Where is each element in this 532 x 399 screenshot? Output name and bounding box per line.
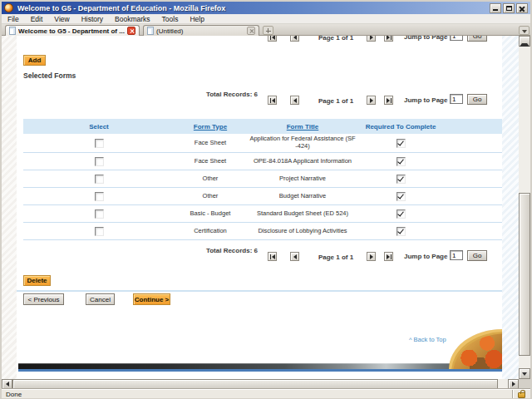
menu-bar: File Edit View History Bookmarks Tools H… — [2, 14, 530, 24]
menu-history[interactable]: History — [76, 14, 109, 24]
cancel-button[interactable]: Cancel — [86, 293, 115, 305]
first-page-button[interactable] — [268, 252, 277, 261]
pagination-below-table: Total Records: 6 Page 1 of 1 Jump to Pag… — [2, 246, 502, 262]
menu-help[interactable]: Help — [184, 14, 209, 24]
form-type-cell: Face Sheet — [175, 139, 246, 148]
jump-to-page-label: Jump to Page — [404, 36, 447, 41]
new-tab-button[interactable] — [263, 26, 273, 35]
previous-page-button[interactable] — [290, 96, 299, 105]
jump-to-page-input[interactable] — [450, 94, 463, 104]
go-button[interactable]: Go — [467, 36, 487, 42]
required-checkbox[interactable] — [397, 227, 406, 236]
required-checkbox[interactable] — [397, 139, 406, 148]
total-records: Total Records: 6 — [165, 91, 258, 98]
form-title-cell: Application for Federal Assistance (SF -… — [246, 135, 359, 150]
section-divider — [17, 290, 502, 292]
delete-button[interactable]: Delete — [23, 275, 51, 286]
select-checkbox[interactable] — [95, 175, 104, 184]
first-page-button[interactable] — [268, 96, 277, 105]
tab-welcome[interactable]: Welcome to G5 - Department of ... — [5, 25, 140, 36]
last-page-button[interactable] — [384, 96, 393, 105]
security-panel — [512, 390, 530, 398]
window-title: Welcome to G5 - Department of Education … — [17, 4, 490, 12]
form-type-cell: Other — [175, 175, 246, 184]
next-page-button[interactable] — [367, 96, 376, 105]
minimize-button[interactable] — [490, 3, 501, 13]
horizontal-scrollbar-thumb[interactable] — [12, 379, 498, 389]
required-checkbox[interactable] — [397, 192, 406, 201]
header-required: Required To Complete — [359, 123, 442, 131]
tab-untitled[interactable]: (Untitled) — [143, 25, 259, 36]
scrollbar-corner — [519, 379, 530, 389]
footer-blue-line — [18, 369, 502, 372]
jump-to-page-input[interactable] — [450, 36, 463, 41]
last-page-button[interactable] — [384, 36, 393, 42]
form-title-cell: Project Narrative — [246, 175, 359, 184]
status-text: Done — [2, 391, 512, 398]
form-title-cell: Standard Budget Sheet (ED 524) — [246, 209, 359, 219]
back-to-top-link[interactable]: ^ Back to Top — [409, 336, 446, 343]
table-row: Certification Disclosure of Lobbying Act… — [23, 223, 502, 240]
select-checkbox[interactable] — [95, 192, 104, 201]
menu-file[interactable]: File — [2, 14, 25, 24]
header-form-title[interactable]: Form Title — [246, 123, 359, 131]
scroll-up-icon[interactable] — [519, 36, 530, 47]
menu-view[interactable]: View — [48, 14, 75, 24]
jump-to-page-input[interactable] — [450, 250, 463, 260]
select-checkbox[interactable] — [95, 227, 104, 236]
menu-bookmarks[interactable]: Bookmarks — [109, 14, 156, 24]
tab-close-icon[interactable] — [247, 27, 255, 35]
previous-page-button[interactable] — [290, 252, 299, 261]
tab-bar: Welcome to G5 - Department of ... (Untit… — [2, 24, 530, 36]
scroll-down-icon[interactable] — [519, 368, 530, 379]
select-checkbox[interactable] — [95, 157, 104, 166]
selected-forms-table: Select Form Type Form Title Required To … — [23, 119, 502, 240]
tab-close-icon[interactable] — [127, 27, 135, 35]
form-type-cell: Face Sheet — [175, 157, 246, 166]
menu-edit[interactable]: Edit — [25, 14, 49, 24]
scroll-right-icon[interactable] — [508, 379, 519, 389]
header-select: Select — [23, 123, 175, 131]
lock-icon — [518, 392, 525, 398]
form-title-cell: Budget Narrative — [246, 192, 359, 201]
horizontal-scrollbar[interactable] — [2, 379, 519, 389]
next-page-button[interactable] — [367, 252, 376, 261]
select-checkbox[interactable] — [95, 209, 104, 219]
page-icon — [9, 27, 16, 35]
browser-window: Welcome to G5 - Department of Education … — [0, 0, 532, 399]
page-label: Page 1 of 1 — [306, 254, 366, 261]
previous-page-button[interactable] — [290, 36, 299, 42]
table-row: Other Budget Narrative — [23, 188, 502, 205]
firefox-icon — [4, 3, 13, 12]
vertical-scrollbar[interactable] — [519, 36, 530, 379]
form-title-cell: OPE-84.018A Applicant Information — [246, 157, 359, 166]
close-button[interactable] — [516, 3, 528, 13]
page-content: Total Records: 6 Page 1 of 1 Jump to Pag… — [2, 36, 519, 379]
vertical-scrollbar-thumb[interactable] — [519, 193, 530, 356]
required-checkbox[interactable] — [397, 175, 406, 184]
last-page-button[interactable] — [384, 252, 393, 261]
header-form-type[interactable]: Form Type — [175, 123, 246, 131]
scroll-left-icon[interactable] — [2, 379, 12, 389]
menu-tools[interactable]: Tools — [156, 14, 185, 24]
next-page-button[interactable] — [367, 36, 376, 42]
go-button[interactable]: Go — [467, 94, 487, 105]
required-checkbox[interactable] — [397, 209, 406, 219]
left-margin-pattern — [2, 36, 17, 379]
form-type-cell: Other — [175, 192, 246, 201]
add-button[interactable]: Add — [23, 55, 46, 66]
first-page-button[interactable] — [268, 36, 277, 42]
list-all-tabs-button[interactable] — [519, 26, 530, 35]
jump-to-page-label: Jump to Page — [404, 253, 447, 260]
table-row: Basic - Budget Standard Budget Sheet (ED… — [23, 205, 502, 223]
right-margin-pattern — [502, 36, 519, 379]
go-button[interactable]: Go — [467, 250, 487, 261]
form-type-cell: Basic - Budget — [175, 209, 246, 219]
table-header-row: Select Form Type Form Title Required To … — [23, 119, 502, 134]
previous-button[interactable]: < Previous — [23, 293, 64, 305]
total-records: Total Records: 6 — [165, 247, 258, 254]
restore-button[interactable] — [503, 3, 515, 13]
select-checkbox[interactable] — [95, 139, 104, 148]
continue-button[interactable]: Continue > — [133, 293, 170, 305]
required-checkbox[interactable] — [397, 157, 406, 166]
